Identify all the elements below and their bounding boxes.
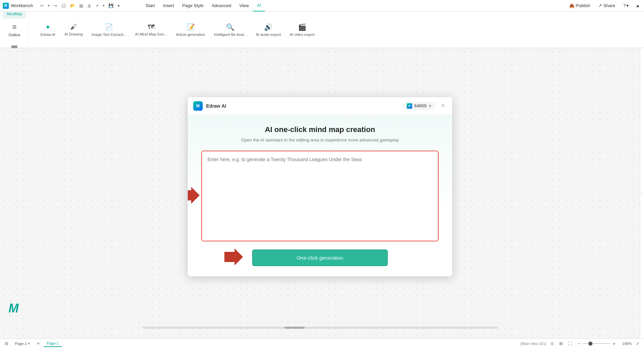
- zoom-out-button[interactable]: −: [576, 340, 582, 347]
- generate-button[interactable]: One-click generation: [252, 249, 388, 266]
- titlebar: M Workbench ↩ ▾ ↪ ⬜ 📂 ▤ 🖨 ↗ ▾ 💾 ▾ Start …: [0, 0, 644, 12]
- print-button[interactable]: 🖨: [85, 2, 93, 9]
- ai-input-textarea[interactable]: [202, 151, 438, 239]
- main-idea-info: [Main Idea 101]: [521, 342, 546, 346]
- fit-window-button[interactable]: ⤢: [635, 341, 641, 347]
- fit-button[interactable]: ⊙: [549, 341, 555, 347]
- ai-video-export-label: AI video export: [290, 32, 315, 37]
- help-icon: ?: [623, 3, 626, 8]
- redo-button[interactable]: ↪: [52, 2, 59, 9]
- export-button[interactable]: ↗: [94, 2, 100, 9]
- grid-view-button[interactable]: ⊞: [558, 341, 564, 347]
- outline-view-button[interactable]: ≡ Outline: [4, 20, 25, 40]
- credits-display[interactable]: M 64859 +: [403, 102, 435, 110]
- ai-audio-export-label: AI audio export: [256, 32, 281, 37]
- edraw-ai-tool[interactable]: ✦ Edraw AI: [36, 20, 60, 39]
- ai-mindmap-gen-icon: 🗺: [148, 23, 155, 31]
- zoom-in-button[interactable]: +: [611, 340, 617, 347]
- edraw-ai-icon: ✦: [45, 23, 51, 31]
- fullscreen-button[interactable]: ⛶: [567, 341, 573, 347]
- ai-audio-export-icon: 🔊: [264, 23, 273, 31]
- status-right: [Main Idea 101] ⊙ ⊞ ⛶ − + 100% ⤢: [521, 340, 641, 347]
- zoom-value: 100%: [618, 342, 632, 346]
- credits-plus: +: [428, 103, 431, 109]
- undo-arrow[interactable]: ▾: [46, 3, 51, 8]
- dialog-close-button[interactable]: ×: [439, 102, 447, 110]
- image-text-extract-tool[interactable]: 📄 Image Text Extracti...: [87, 20, 130, 39]
- ai-drawing-label: AI Drawing: [64, 32, 83, 36]
- article-generation-icon: 📝: [186, 23, 195, 31]
- zoom-slider[interactable]: [583, 343, 610, 344]
- ai-drawing-tool[interactable]: 🖌 AI Drawing: [60, 20, 87, 39]
- app-icon: M: [3, 3, 9, 9]
- ai-audio-export-tool[interactable]: 🔊 AI audio export: [252, 20, 285, 39]
- dialog-subtext: Open the AI assistant in the editing are…: [201, 137, 439, 143]
- publish-label: Publish: [576, 3, 590, 8]
- zoom-controls: − + 100%: [576, 340, 632, 347]
- toggle-panel-button[interactable]: ⊟: [3, 341, 9, 347]
- menu-advanced[interactable]: Advanced: [207, 0, 235, 12]
- export-arrow[interactable]: ▾: [101, 3, 106, 8]
- dialog-header: M Edraw AI M 64859 + ×: [188, 97, 452, 115]
- open-button[interactable]: 📂: [68, 2, 77, 9]
- view-switcher: ⬡ MindMap ≡ Outline ▦ Slides: [0, 12, 29, 48]
- credits-icon: M: [407, 103, 412, 109]
- app-title: Workbench: [11, 3, 33, 8]
- edraw-ai-dialog: M Edraw AI M 64859 + × AI one-click mind…: [188, 97, 452, 276]
- ai-mindmap-gen-tool[interactable]: 🗺 AI Mind Map Gen...: [131, 20, 172, 39]
- add-page-button[interactable]: +: [35, 341, 41, 347]
- save-button[interactable]: 💾: [107, 2, 115, 9]
- more-button[interactable]: ▾: [116, 2, 121, 9]
- share-icon: ↗: [598, 3, 602, 8]
- menu-start[interactable]: Start: [142, 0, 159, 12]
- active-page-tab[interactable]: Page-1: [43, 340, 62, 347]
- dialog-logo: M: [193, 101, 203, 111]
- arrow-to-input: [188, 187, 200, 205]
- status-left: ⊟ Page-1 ▾ + Page-1: [3, 340, 62, 347]
- canvas-area[interactable]: M M Edraw AI M 64859 + × A: [0, 48, 640, 339]
- collapse-icon: ›: [642, 192, 643, 195]
- intelligent-file-tool[interactable]: 🔍 Intelligent file Anal...: [210, 20, 251, 39]
- outline-icon: ≡: [12, 23, 17, 31]
- dialog-title-text: Edraw AI: [206, 103, 403, 109]
- right-panel-handle[interactable]: ›: [640, 48, 644, 339]
- page-tab-label: Page-1: [15, 342, 27, 346]
- menu-insert[interactable]: Insert: [159, 0, 178, 12]
- maximize-button[interactable]: ▲: [634, 2, 641, 9]
- intelligent-file-label: Intelligent file Anal...: [214, 32, 247, 37]
- main-area: M M Edraw AI M 64859 + × A: [0, 48, 644, 339]
- ai-video-export-icon: 🎬: [298, 23, 306, 31]
- active-page-label: Page-1: [47, 341, 59, 345]
- edraw-ai-label: Edraw AI: [40, 32, 55, 37]
- page-tab-arrow: ▾: [28, 342, 30, 345]
- dialog-overlay: M Edraw AI M 64859 + × AI one-click mind…: [0, 48, 640, 339]
- page-dropdown-button[interactable]: Page-1 ▾: [12, 341, 33, 347]
- credits-count: 64859: [414, 103, 426, 108]
- share-label: Share: [603, 3, 615, 8]
- undo-button[interactable]: ↩: [39, 2, 45, 9]
- titlebar-menu: Start Insert Page Style Advanced View AI: [142, 0, 265, 12]
- input-section: [201, 151, 439, 241]
- article-generation-tool[interactable]: 📝 Article generation: [172, 20, 209, 39]
- toggle-button[interactable]: ▤: [78, 2, 85, 9]
- svg-marker-2: [224, 248, 243, 265]
- svg-marker-1: [188, 187, 200, 204]
- help-button[interactable]: ? ▾: [621, 2, 631, 9]
- menu-ai[interactable]: AI: [253, 0, 265, 12]
- outline-label: Outline: [8, 33, 20, 37]
- mindmap-label: MindMap: [7, 12, 22, 16]
- ai-video-export-tool[interactable]: 🎬 AI video export: [286, 20, 319, 39]
- image-text-extract-icon: 📄: [105, 23, 113, 31]
- publish-button[interactable]: 📤 Publish: [566, 2, 593, 9]
- menu-view[interactable]: View: [235, 0, 253, 12]
- menu-page-style[interactable]: Page Style: [178, 0, 208, 12]
- dialog-heading: AI one-click mind map creation: [201, 125, 439, 134]
- statusbar: ⊟ Page-1 ▾ + Page-1 [Main Idea 101] ⊙ ⊞ …: [0, 339, 644, 348]
- dialog-body: AI one-click mind map creation Open the …: [188, 115, 452, 276]
- titlebar-actions: ↩ ▾ ↪ ⬜ 📂 ▤ 🖨 ↗ ▾ 💾 ▾: [39, 2, 121, 9]
- titlebar-left: M Workbench ↩ ▾ ↪ ⬜ 📂 ▤ 🖨 ↗ ▾ 💾 ▾: [3, 2, 121, 9]
- ai-drawing-icon: 🖌: [70, 23, 77, 31]
- image-text-extract-label: Image Text Extracti...: [92, 32, 126, 37]
- share-button[interactable]: ↗ Share: [596, 2, 618, 9]
- new-button[interactable]: ⬜: [59, 2, 68, 9]
